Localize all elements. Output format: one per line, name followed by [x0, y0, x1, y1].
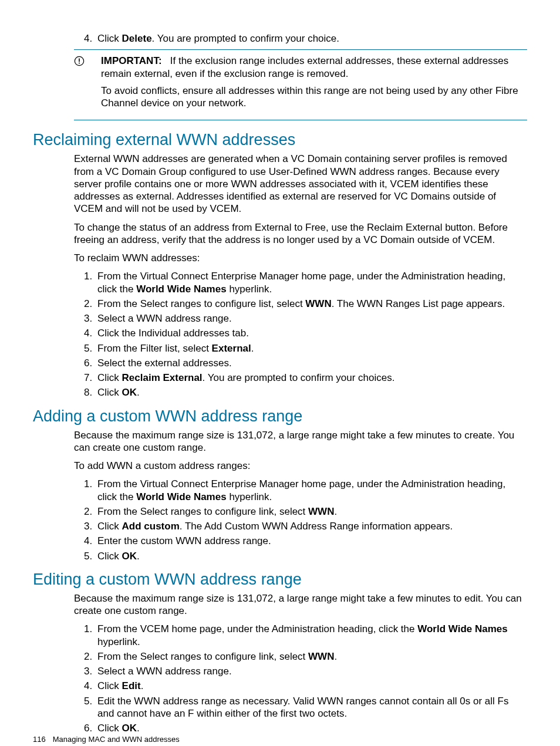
list-item: Click Edit. — [95, 680, 527, 692]
important-text: IMPORTANT: If the exclusion range includ… — [101, 55, 527, 114]
bold: Edit — [122, 680, 141, 691]
bold: Delete — [122, 33, 152, 44]
text: hyperlink. — [227, 283, 272, 295]
heading-reclaiming: Reclaiming external WWN addresses — [33, 131, 527, 149]
text: . The Add Custom WWN Address Range infor… — [180, 521, 453, 532]
list-item: From the Select ranges to configure link… — [95, 505, 527, 518]
text: From the Filter list, select — [97, 343, 212, 354]
text: Click — [97, 387, 122, 398]
text: . — [334, 651, 337, 662]
list-item: Click the Individual addresses tab. — [95, 327, 527, 339]
para: External WWN addresses are generated whe… — [74, 153, 527, 215]
heading-editing: Editing a custom WWN address range — [33, 571, 527, 589]
bold: OK — [122, 723, 137, 734]
text: . — [141, 680, 144, 691]
list-item: Enter the custom WWN address range. — [95, 535, 527, 547]
list-item: Click Reclaim External. You are prompted… — [95, 372, 527, 384]
sec3-steps: From the VCEM home page, under the Admin… — [74, 623, 527, 734]
important-callout: IMPORTANT: If the exclusion range includ… — [74, 49, 527, 120]
list-item: Click Add custom. The Add Custom WWN Add… — [95, 520, 527, 532]
list-item: From the Filter list, select External. — [95, 342, 527, 355]
important-label: IMPORTANT: — [101, 55, 162, 66]
bold: WWN — [308, 506, 334, 517]
text: . — [334, 506, 337, 517]
text: From the Select ranges to configure list… — [97, 298, 305, 309]
list-item: Edit the WWN address range as necessary.… — [95, 695, 527, 720]
text: From the Select ranges to configure link… — [97, 651, 308, 662]
bold: World Wide Names — [136, 283, 227, 295]
text: . — [137, 387, 140, 398]
intro-step-4: Click Delete. You are prompted to confir… — [95, 32, 527, 45]
text: Click — [97, 33, 122, 44]
page-number: 116 — [33, 735, 46, 744]
bold: OK — [122, 387, 137, 398]
text: From the Select ranges to configure link… — [97, 506, 308, 517]
bold: Reclaim External — [122, 372, 203, 383]
sec2-content: Because the maximum range size is 131,07… — [74, 429, 527, 562]
footer-title: Managing MAC and WWN addresses — [53, 735, 180, 744]
text: From the VCEM home page, under the Admin… — [97, 623, 417, 634]
text: . The WWN Ranges List page appears. — [332, 298, 505, 309]
page-footer: 116Managing MAC and WWN addresses — [33, 735, 180, 744]
bold: World Wide Names — [417, 623, 508, 634]
para: Because the maximum range size is 131,07… — [74, 592, 527, 617]
list-item: Select a WWN address range. — [95, 312, 527, 325]
list-item: From the Virtual Connect Enterprise Mana… — [95, 478, 527, 503]
sec1-content: External WWN addresses are generated whe… — [74, 153, 527, 399]
sec1-steps: From the Virtual Connect Enterprise Mana… — [74, 270, 527, 399]
list-item: Click OK. — [95, 550, 527, 562]
bold: WWN — [308, 651, 334, 662]
bold: OK — [122, 551, 137, 562]
text: Click — [97, 521, 122, 532]
list-item: Select the external addresses. — [95, 357, 527, 369]
text: Click — [97, 551, 122, 562]
list-item: From the VCEM home page, under the Admin… — [95, 623, 527, 648]
list-item: Click OK. — [95, 386, 527, 399]
text: Click — [97, 723, 122, 734]
para: To change the status of an address from … — [74, 221, 527, 247]
text: hyperlink. — [227, 491, 272, 502]
text: . — [137, 723, 140, 734]
important-icon — [74, 55, 101, 69]
text: . You are prompted to confirm your choic… — [152, 33, 339, 44]
text: . — [251, 343, 254, 354]
para: To reclaim WWN addresses: — [74, 252, 527, 264]
svg-rect-2 — [79, 63, 80, 64]
bold: World Wide Names — [136, 491, 227, 502]
intro-continuation: Click Delete. You are prompted to confir… — [74, 32, 527, 120]
sec3-content: Because the maximum range size is 131,07… — [74, 592, 527, 735]
sec2-steps: From the Virtual Connect Enterprise Mana… — [74, 478, 527, 562]
list-item: From the Select ranges to configure list… — [95, 298, 527, 310]
text: hyperlink. — [97, 636, 140, 647]
text: To avoid conflicts, ensure all addresses… — [101, 85, 527, 110]
para: To add WWN a custom address ranges: — [74, 460, 527, 472]
text: If the exclusion range includes external… — [101, 55, 508, 79]
list-item: Select a WWN address range. — [95, 665, 527, 677]
list-item: From the Virtual Connect Enterprise Mana… — [95, 270, 527, 295]
heading-adding: Adding a custom WWN address range — [33, 407, 527, 426]
text: Click — [97, 372, 122, 383]
list-item: From the Select ranges to configure link… — [95, 650, 527, 663]
bold: External — [212, 343, 251, 354]
svg-rect-1 — [79, 59, 80, 62]
text: . — [137, 551, 140, 562]
list-item: Click OK. — [95, 722, 527, 734]
bold: WWN — [305, 298, 331, 309]
text: . You are prompted to confirm your choic… — [203, 372, 395, 383]
text: Click — [97, 680, 122, 691]
bold: Add custom — [122, 521, 180, 532]
para: Because the maximum range size is 131,07… — [74, 429, 527, 454]
page: Click Delete. You are prompted to confir… — [0, 0, 560, 746]
